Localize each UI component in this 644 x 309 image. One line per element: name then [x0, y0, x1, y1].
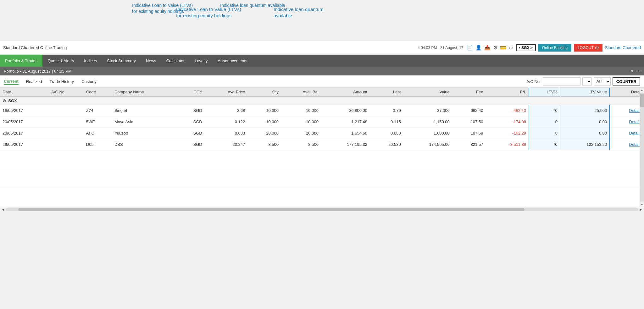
- tab-trade-history[interactable]: Trade History: [50, 79, 74, 85]
- col-value: Value: [403, 88, 452, 97]
- col-pl: P/L: [486, 88, 529, 97]
- cell-code: AFC: [84, 128, 112, 139]
- col-last: Last: [370, 88, 403, 97]
- cell-last: 0.115: [370, 116, 403, 128]
- col-detail: Detail: [610, 88, 644, 97]
- cell-last: 0.080: [370, 128, 403, 139]
- sub-nav-right: A/C No. ALL COUNTER: [526, 77, 640, 86]
- user-icon[interactable]: 👤: [475, 45, 482, 51]
- tab-realized[interactable]: Realized: [26, 79, 42, 85]
- cell-qty: 20,000: [247, 128, 281, 139]
- ac-no-input[interactable]: [543, 77, 580, 86]
- h-scroll-thumb[interactable]: [18, 208, 525, 211]
- cell-ccy: SGD: [178, 105, 205, 116]
- sc-link[interactable]: Standard Chartered: [605, 45, 641, 50]
- tab-current[interactable]: Current: [4, 78, 19, 85]
- sgx-button[interactable]: • SGX >: [516, 44, 536, 51]
- cell-ac-no: [49, 116, 84, 128]
- cell-ltv-pct: 0: [529, 116, 560, 128]
- cell-pl: -462.40: [486, 105, 529, 116]
- nav-item-news[interactable]: News: [141, 55, 161, 67]
- cell-detail[interactable]: Details: [610, 139, 644, 150]
- cell-detail[interactable]: Details: [610, 116, 644, 128]
- cell-ccy: SGD: [178, 116, 205, 128]
- arrows-icon[interactable]: ↦: [509, 45, 513, 51]
- table-row: 20/05/2017 AFC Yuuzoo SGD 0.083 20,000 2…: [0, 128, 644, 139]
- cell-detail[interactable]: Details: [610, 128, 644, 139]
- cell-avail-bal: 10,000: [281, 105, 321, 116]
- download-icon[interactable]: 📤: [484, 45, 491, 51]
- col-amount: Amount: [321, 88, 370, 97]
- cell-ac-no: [49, 139, 84, 150]
- col-avail-bal: Avail Bal: [281, 88, 321, 97]
- cell-ac-no: [49, 105, 84, 116]
- header-time: 4:04:03 PM - 31 August, 17: [418, 46, 463, 50]
- cell-value: 37,000: [403, 105, 452, 116]
- more-icon[interactable]: ⋯: [636, 69, 640, 74]
- nav-item-stock-summary[interactable]: Stock Summary: [102, 55, 141, 67]
- portfolio-header: Portfolio - 31 August 2017 | 04:03 PM ▿ …: [0, 67, 644, 75]
- cell-pl: -3,511.89: [486, 139, 529, 150]
- col-ac-no: A/C No: [49, 88, 84, 97]
- cell-detail[interactable]: Details: [610, 105, 644, 116]
- settings-icon[interactable]: ⚙: [493, 45, 497, 51]
- nav-item-calculator[interactable]: Calculator: [161, 55, 190, 67]
- collapse-icon[interactable]: ⊙: [3, 98, 6, 103]
- cell-ccy: SGD: [178, 128, 205, 139]
- empty-row: [0, 169, 644, 188]
- col-company: Company Name: [112, 88, 178, 97]
- nav-item-portfolio[interactable]: Portfolio & Trades: [0, 55, 42, 67]
- cell-company: Yuuzoo: [112, 128, 178, 139]
- nav-item-quote[interactable]: Quote & Alerts: [42, 55, 79, 67]
- cell-avg-price: 20.847: [205, 139, 248, 150]
- cell-amount: 1,217.48: [321, 116, 370, 128]
- scroll-thumb-track: [640, 93, 644, 201]
- sub-nav: Current Realized Trade History Custody A…: [0, 75, 644, 88]
- horizontal-scrollbar[interactable]: ◀ ▶: [0, 207, 644, 212]
- col-fee: Fee: [452, 88, 486, 97]
- cell-ltv-pct: 70: [529, 105, 560, 116]
- portfolio-header-icons: ▿ ⋯: [631, 69, 640, 74]
- cell-avg-price: 0.122: [205, 116, 248, 128]
- copy-icon[interactable]: 📄: [467, 45, 473, 51]
- all-select[interactable]: ALL: [594, 77, 611, 86]
- logout-button[interactable]: LOGOUT ⏻: [574, 44, 602, 52]
- cell-avg-price: 3.68: [205, 105, 248, 116]
- scroll-down-arrow[interactable]: ▼: [641, 202, 644, 207]
- col-date[interactable]: Date: [0, 88, 49, 97]
- cell-ltv-value: 25,900: [560, 105, 610, 116]
- cell-qty: 10,000: [247, 116, 281, 128]
- nav-item-announcements[interactable]: Announcements: [213, 55, 252, 67]
- nav-item-loyalty[interactable]: Loyalty: [190, 55, 213, 67]
- portfolio-title: Portfolio - 31 August 2017 | 04:03 PM: [4, 69, 72, 74]
- cell-company: Moya Asia: [112, 116, 178, 128]
- cell-date: 16/05/2017: [0, 105, 49, 116]
- vertical-scrollbar[interactable]: ▲ ▼: [640, 88, 644, 207]
- tab-custody[interactable]: Custody: [81, 79, 97, 85]
- cell-last: 3.70: [370, 105, 403, 116]
- scroll-up-arrow[interactable]: ▲: [641, 88, 644, 92]
- scroll-right-arrow[interactable]: ▶: [638, 208, 643, 211]
- table-row: 16/05/2017 Z74 Singtel SGD 3.68 10,000 1…: [0, 105, 644, 116]
- scroll-left-arrow[interactable]: ◀: [1, 208, 6, 211]
- cell-qty: 8,500: [247, 139, 281, 150]
- cell-amount: 1,654.60: [321, 128, 370, 139]
- online-banking-button[interactable]: Online Banking: [538, 44, 571, 52]
- cell-fee: 107.69: [452, 128, 486, 139]
- cell-code: 5WE: [84, 116, 112, 128]
- counter-button[interactable]: COUNTER: [613, 77, 640, 86]
- table-container: Date A/C No Code Company Name CCY Avg Pr…: [0, 88, 644, 207]
- wallet-icon[interactable]: 💳: [500, 45, 506, 51]
- cell-fee: 821.57: [452, 139, 486, 150]
- cell-avg-price: 0.083: [205, 128, 248, 139]
- scroll-thumb[interactable]: [640, 94, 644, 107]
- cell-amount: 177,195.32: [321, 139, 370, 150]
- ltv-annotation: Indicative Loan to Value (LTVs) for exis…: [176, 6, 245, 19]
- filter-icon[interactable]: ▿: [631, 69, 633, 74]
- nav-item-indices[interactable]: Indices: [79, 55, 102, 67]
- cell-ltv-value: 0.00: [560, 116, 610, 128]
- power-icon: ⏻: [595, 46, 599, 50]
- ac-no-select[interactable]: [582, 77, 592, 86]
- cell-value: 174,505.00: [403, 139, 452, 150]
- cell-date: 20/05/2017: [0, 116, 49, 128]
